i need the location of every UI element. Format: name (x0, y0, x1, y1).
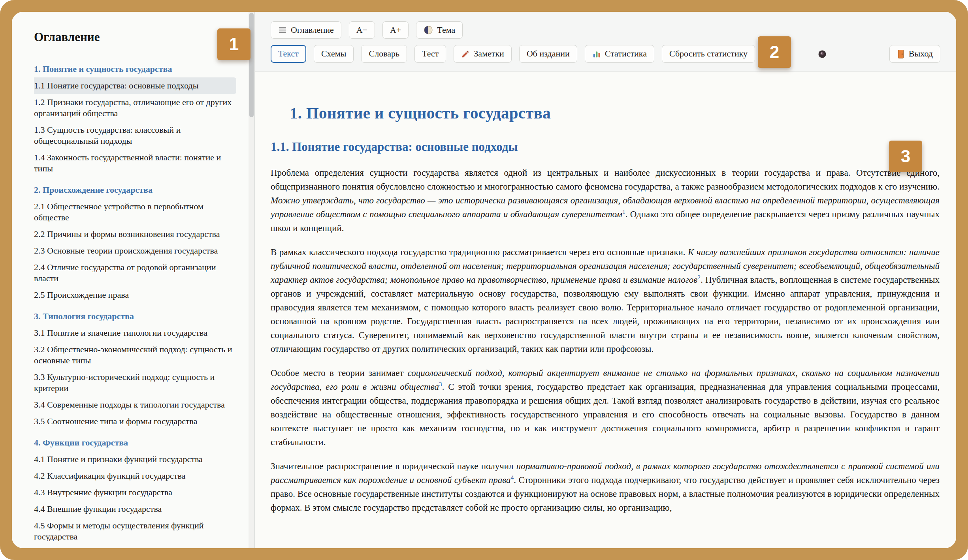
toc-section-item[interactable]: 2.5 Происхождение права (34, 287, 236, 303)
button-label: Статистика (605, 49, 647, 59)
toc-section-item[interactable]: 3.2 Общественно-экономический подход: су… (34, 341, 236, 369)
toc-chapter-item[interactable]: 4. Функции государства (34, 434, 236, 451)
toc-section-item[interactable]: 1.2 Признаки государства, отличающие его… (34, 94, 236, 122)
button-label: Тест (422, 49, 439, 59)
toc-section-item[interactable]: 3.3 Культурно-исторический подход: сущно… (34, 369, 236, 397)
article-body: Проблема определения сущности государств… (271, 166, 940, 515)
toc-section-item[interactable]: 2.1 Общественное устройство в первобытно… (34, 198, 236, 226)
body-text: Проблема определения сущности государств… (271, 168, 940, 192)
eye-icon (817, 49, 827, 59)
chapter-heading: 1. Понятие и сущность государства (290, 103, 940, 122)
font-increase-button[interactable]: A+ (382, 21, 409, 39)
toc-chapter-item[interactable]: 3. Типология государства (34, 308, 236, 325)
tab-dictionary[interactable]: Словарь (361, 45, 407, 62)
body-text: Значительное распространение в юридическ… (271, 461, 516, 471)
body-text: В рамках классического подхода государст… (271, 247, 688, 257)
button-label: A− (356, 25, 367, 35)
outer-frame: Оглавление 1. Понятие и сущность государ… (0, 0, 968, 560)
button-label: Заметки (474, 49, 504, 59)
button-label: Сбросить статистику (669, 49, 748, 59)
callout-badge-1: 1 (217, 28, 250, 60)
reset-statistics-button[interactable]: Сбросить статистику (662, 45, 755, 62)
toc-list: 1. Понятие и сущность государства1.1 Пон… (34, 56, 236, 541)
toc-section-item[interactable]: 4.1 Понятие и признаки функций государст… (34, 451, 236, 468)
body-text: Особое место в теории занимает (271, 368, 408, 378)
toolbar-row-1: ОглавлениеA−A+Тема (271, 21, 940, 39)
toc-section-item[interactable]: 2.4 Отличие государства от родовой орган… (34, 259, 236, 287)
exit-icon (897, 49, 905, 59)
toc-section-item[interactable]: 4.5 Формы и методы осуществления функций… (34, 517, 236, 541)
toc-section-item[interactable]: 3.1 Понятие и значение типологии государ… (34, 325, 236, 341)
button-label: Оглавление (291, 25, 334, 35)
tab-statistics[interactable]: Статистика (585, 45, 654, 62)
toc-section-item[interactable]: 4.4 Внешние функции государства (34, 501, 236, 517)
toc-section-item[interactable]: 3.4 Современные подходы к типологии госу… (34, 397, 236, 413)
toc-title: Оглавление (34, 30, 236, 44)
exit-button[interactable]: Выход (889, 45, 940, 62)
sidebar: Оглавление 1. Понятие и сущность государ… (12, 12, 255, 548)
tab-notes[interactable]: Заметки (454, 45, 512, 62)
button-label: Текст (278, 49, 299, 59)
body-text: . Публичная власть, воплощенная в систем… (271, 275, 940, 354)
toolbar: ОглавлениеA−A+Тема ТекстСхемыСловарьТест… (255, 12, 956, 72)
main-area: ОглавлениеA−A+Тема ТекстСхемыСловарьТест… (255, 12, 956, 548)
eye-indicator[interactable] (816, 48, 829, 60)
button-label: A+ (390, 25, 401, 35)
paragraph: В рамках классического подхода государст… (271, 245, 940, 356)
app-window: Оглавление 1. Понятие и сущность государ… (12, 12, 956, 548)
tab-about[interactable]: Об издании (519, 45, 577, 62)
tab-schemes[interactable]: Схемы (314, 45, 354, 62)
theme-icon (424, 25, 433, 35)
paragraph: Значительное распространение в юридическ… (271, 459, 940, 515)
button-label: Схемы (321, 49, 347, 59)
toc-toggle-button[interactable]: Оглавление (271, 21, 341, 39)
toc-section-item[interactable]: 2.2 Причины и формы возникновения госуда… (34, 226, 236, 242)
paragraph: Проблема определения сущности государств… (271, 166, 940, 235)
toc-section-item[interactable]: 3.5 Соотношение типа и формы государства (34, 413, 236, 430)
sidebar-scrollbar[interactable] (249, 12, 254, 548)
section-heading: 1.1. Понятие государства: основные подхо… (271, 140, 940, 154)
toolbar-row-2: ТекстСхемыСловарьТестЗаметкиОб изданииСт… (271, 45, 940, 62)
toc-section-item[interactable]: 4.3 Внутренние функции государства (34, 484, 236, 501)
toc-section-item[interactable]: 1.4 Законность государственной власти: п… (34, 149, 236, 177)
toc-chapter-item[interactable]: 1. Понятие и сущность государства (34, 61, 236, 77)
button-label: Тема (437, 25, 455, 35)
toc-section-item[interactable]: 1.1 Понятие государства: основные подход… (34, 77, 236, 94)
content-area: 1. Понятие и сущность государства 1.1. П… (255, 72, 956, 548)
toc-section-item[interactable]: 1.3 Сущность государства: классовый и об… (34, 122, 236, 149)
toc-chapter-item[interactable]: 2. Происхождение государства (34, 182, 236, 198)
paragraph: Особое место в теории занимает социологи… (271, 366, 940, 449)
button-label: Словарь (369, 49, 399, 59)
toc-section-item[interactable]: 2.3 Основные теории происхождения госуда… (34, 242, 236, 259)
font-decrease-button[interactable]: A− (349, 21, 375, 39)
button-label: Об издании (527, 49, 570, 59)
callout-badge-2: 2 (758, 36, 791, 68)
tab-test[interactable]: Тест (414, 45, 446, 62)
footnote-ref[interactable]: 1 (622, 208, 625, 215)
callout-badge-3: 3 (889, 141, 922, 172)
scrollbar-thumb[interactable] (249, 13, 254, 117)
stats-icon (592, 50, 601, 58)
theme-button[interactable]: Тема (416, 21, 463, 39)
notes-icon (461, 50, 470, 58)
button-label: Выход (909, 49, 933, 59)
footnote-ref[interactable]: 2 (697, 274, 701, 280)
tab-text[interactable]: Текст (271, 45, 306, 62)
toc-section-item[interactable]: 4.2 Классификация функций государства (34, 468, 236, 484)
footnote-ref[interactable]: 3 (439, 381, 442, 387)
menu-icon (278, 26, 287, 34)
